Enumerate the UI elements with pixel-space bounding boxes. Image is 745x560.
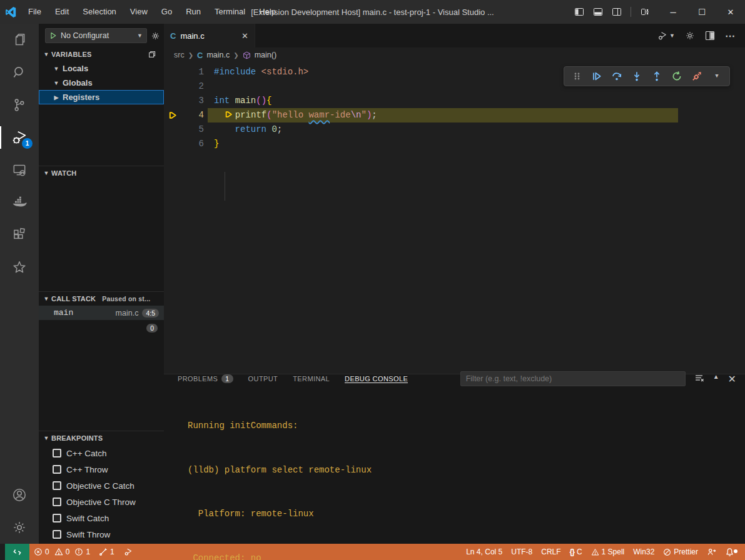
watch-header[interactable]: ▼ WATCH: [39, 166, 164, 180]
variables-item-globals[interactable]: ▼ Globals: [39, 76, 164, 90]
settings-gear-icon[interactable]: [0, 511, 39, 544]
toggle-secondary-sidebar-icon[interactable]: [612, 7, 622, 17]
breakpoint-label: C++ Throw: [66, 465, 108, 474]
tools-status[interactable]: 1: [94, 548, 119, 556]
menu-file[interactable]: File: [21, 0, 48, 24]
checkbox[interactable]: [53, 481, 61, 490]
problems-status[interactable]: 0 0 1: [29, 548, 94, 556]
tab-debug-console[interactable]: DEBUG CONSOLE: [345, 374, 408, 383]
docker-icon[interactable]: [0, 186, 39, 219]
variables-header[interactable]: ▼ VARIABLES: [39, 48, 164, 61]
remote-indicator[interactable]: [5, 544, 29, 560]
minimize-button[interactable]: ─: [659, 0, 687, 24]
breakpoint-cpp-throw[interactable]: C++ Throw: [39, 461, 164, 478]
tab-main-c[interactable]: C main.c ✕: [164, 24, 255, 48]
glyph-margin[interactable]: [164, 137, 181, 151]
toggle-panel-icon[interactable]: [593, 7, 603, 17]
copy-value-icon[interactable]: [148, 50, 156, 59]
code-editor[interactable]: ▼ 1 #include <stdio.h> 2 3 int main(){: [164, 62, 745, 374]
launch-config-dropdown[interactable]: No Configurat ▼: [45, 28, 147, 43]
menu-go[interactable]: Go: [155, 0, 179, 24]
menu-help[interactable]: Help: [252, 0, 283, 24]
breadcrumb-folder[interactable]: src: [174, 51, 185, 59]
clear-console-icon[interactable]: [694, 373, 704, 385]
explorer-icon[interactable]: [0, 24, 39, 56]
glyph-margin[interactable]: [164, 122, 181, 137]
restart-button[interactable]: [668, 68, 686, 84]
toolbar-drag-grip[interactable]: [568, 68, 585, 84]
star-icon[interactable]: [0, 251, 39, 284]
tab-output[interactable]: OUTPUT: [248, 374, 278, 383]
code-token: }: [214, 139, 219, 149]
glyph-margin[interactable]: [164, 65, 181, 79]
code-token: [214, 110, 225, 120]
more-actions-icon[interactable]: ⋯: [725, 30, 736, 42]
tab-problems[interactable]: PROBLEMS 1: [178, 374, 233, 383]
launch-config-gear-icon[interactable]: [151, 31, 160, 41]
remote-explorer-icon[interactable]: [0, 154, 39, 186]
breakpoint-cpp-catch[interactable]: C++ Catch: [39, 445, 164, 461]
variables-item-locals[interactable]: ▼ Locals: [39, 61, 164, 76]
language-mode[interactable]: {̇} C: [565, 548, 587, 556]
toggle-sidebar-icon[interactable]: [574, 7, 584, 17]
step-out-button[interactable]: [648, 68, 666, 84]
account-icon[interactable]: [0, 479, 39, 511]
continue-button[interactable]: [588, 68, 606, 84]
debug-console-output[interactable]: Running initCommands: (lldb) platform se…: [164, 383, 745, 560]
breakpoint-objc-catch[interactable]: Objective C Catch: [39, 478, 164, 494]
source-control-icon[interactable]: [0, 89, 39, 121]
checkbox[interactable]: [53, 498, 61, 506]
disconnect-button[interactable]: [688, 68, 706, 84]
menu-run[interactable]: Run: [179, 0, 208, 24]
toolbar-chevron-down-icon[interactable]: ▼: [708, 68, 726, 84]
customize-layout-icon[interactable]: [640, 7, 650, 17]
checkbox[interactable]: [53, 530, 61, 539]
menu-selection[interactable]: Selection: [76, 0, 123, 24]
menu-edit[interactable]: Edit: [48, 0, 76, 24]
breakpoint-objc-throw[interactable]: Objective C Throw: [39, 494, 164, 510]
menu-terminal[interactable]: Terminal: [208, 0, 252, 24]
stack-frame-row[interactable]: main main.c 4:5: [39, 306, 164, 320]
glyph-margin[interactable]: [164, 79, 181, 94]
tab-terminal[interactable]: TERMINAL: [293, 374, 330, 383]
spell-checker-status[interactable]: 1 Spell: [587, 548, 629, 556]
feedback-icon[interactable]: [702, 548, 721, 557]
search-icon[interactable]: [0, 56, 39, 89]
breakpoint-swift-catch[interactable]: Swift Catch: [39, 510, 164, 526]
cursor-position[interactable]: Ln 4, Col 5: [462, 548, 507, 556]
step-over-button[interactable]: [608, 68, 626, 84]
checkbox[interactable]: [53, 514, 61, 522]
call-stack-title: CALL STACK: [51, 295, 96, 302]
encoding-indicator[interactable]: UTF-8: [507, 548, 537, 556]
breakpoints-header[interactable]: ▼ BREAKPOINTS: [39, 431, 164, 445]
console-filter-input[interactable]: [460, 371, 686, 386]
variables-item-registers[interactable]: ▶ Registers: [39, 90, 164, 104]
thread-row[interactable]: 0: [39, 320, 164, 336]
breadcrumb[interactable]: src ❯ C main.c ❯ main(): [164, 48, 745, 62]
close-tab-icon[interactable]: ✕: [241, 31, 248, 41]
notifications-bell-icon[interactable]: [721, 548, 739, 557]
step-into-button[interactable]: [628, 68, 646, 84]
run-or-debug-icon[interactable]: ▼: [657, 30, 675, 41]
maximize-button[interactable]: ☐: [687, 0, 716, 24]
breadcrumb-symbol[interactable]: main(): [255, 51, 276, 59]
menu-view[interactable]: View: [123, 0, 155, 24]
platform-indicator[interactable]: Win32: [629, 548, 659, 556]
debug-current-line-arrow-icon[interactable]: [164, 108, 181, 122]
prettier-status[interactable]: Prettier: [659, 548, 702, 556]
extensions-icon[interactable]: [0, 219, 39, 251]
run-debug-icon[interactable]: 1: [0, 121, 39, 154]
gear-icon[interactable]: [685, 31, 695, 41]
close-panel-icon[interactable]: ✕: [728, 373, 736, 385]
checkbox[interactable]: [53, 465, 61, 474]
maximize-panel-icon[interactable]: ▲: [713, 373, 719, 385]
eol-indicator[interactable]: CRLF: [537, 548, 565, 556]
breadcrumb-file[interactable]: main.c: [206, 51, 230, 59]
glyph-margin[interactable]: [164, 94, 181, 108]
debug-status-icon[interactable]: [119, 547, 138, 557]
breakpoint-swift-throw[interactable]: Swift Throw: [39, 526, 164, 542]
call-stack-header[interactable]: ▼ CALL STACK Paused on st...: [39, 292, 164, 306]
checkbox[interactable]: [53, 449, 61, 458]
close-button[interactable]: ✕: [716, 0, 745, 24]
split-editor-icon[interactable]: [705, 31, 715, 41]
